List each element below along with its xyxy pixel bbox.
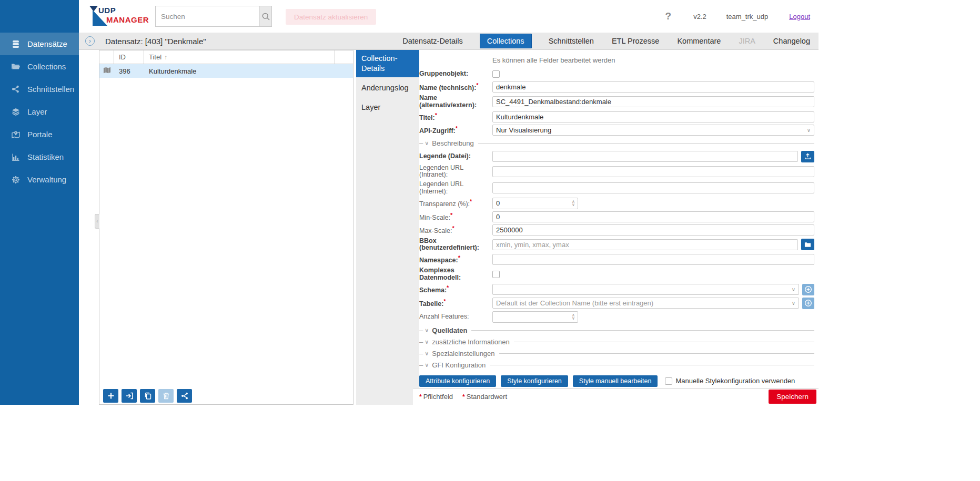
table-row[interactable]: 396 Kulturdenkmale	[99, 64, 353, 78]
style-buttons-row: Attribute konfigurieren Style konfigurie…	[419, 375, 814, 387]
search-icon-button[interactable]	[259, 6, 271, 26]
section-gfi-konfiguration[interactable]: – ∨ GFI Konfiguration	[419, 361, 814, 369]
configure-style-button[interactable]: Style konfigurieren	[501, 375, 568, 387]
komplexes-datenmodell-checkbox[interactable]	[492, 271, 500, 278]
copy-collection-button[interactable]	[140, 389, 155, 403]
transparenz-input[interactable]	[493, 199, 569, 207]
refresh-dataset-button[interactable]: Datensatz aktualisieren	[286, 9, 376, 25]
table-header-end-column	[335, 50, 353, 64]
logout-link[interactable]: Logout	[789, 13, 810, 21]
sidebar-item-layer[interactable]: Layer	[0, 100, 79, 123]
save-button[interactable]: Speichern	[769, 390, 816, 404]
legenden-url-internet-input[interactable]	[492, 182, 814, 193]
import-collection-button[interactable]	[122, 389, 137, 403]
plus-icon	[107, 392, 115, 400]
share-icon	[11, 85, 20, 94]
max-scale-input[interactable]	[492, 224, 814, 236]
sidebar-item-verwaltung[interactable]: Verwaltung	[0, 168, 79, 191]
field-label-legenden-url-internet: Legenden URL (Internet):	[419, 181, 492, 196]
sidebar-item-label: Portale	[27, 130, 53, 139]
chevron-down-icon: ∨	[425, 327, 429, 334]
sidebar-item-statistiken[interactable]: Statistiken	[0, 146, 79, 168]
map-marker-icon	[11, 130, 20, 139]
sidebar-item-schnittstellen[interactable]: Schnittstellen	[0, 78, 79, 100]
anzahl-features-stepper[interactable]: ∧∨	[492, 311, 578, 323]
legende-datei-input[interactable]	[492, 151, 798, 162]
field-label-name-alternativ: Name (alternativ/extern):	[419, 95, 492, 109]
upload-icon	[804, 153, 811, 160]
delete-collection-button[interactable]	[158, 389, 174, 403]
section-divider	[499, 353, 814, 354]
sidebar-item-label: Collections	[27, 62, 66, 71]
manual-style-checkbox[interactable]	[665, 377, 672, 385]
required-marker: *	[452, 225, 454, 231]
table-header: ID Titel↑	[99, 50, 353, 64]
subnav-item-anderungslog[interactable]: Anderungslog	[356, 79, 419, 97]
section-quelldaten[interactable]: – ∨ Quelldaten	[419, 326, 814, 334]
required-marker: *	[435, 112, 437, 118]
share-collection-button[interactable]	[177, 389, 192, 403]
expand-record-icon[interactable]: ›	[85, 36, 95, 46]
api-zugriff-select[interactable]: Nur Visualisierung ∨	[492, 125, 814, 136]
bbox-input[interactable]	[492, 239, 798, 250]
name-technisch-input[interactable]	[492, 81, 814, 93]
panel-collapse-handle[interactable]: ‹	[95, 214, 99, 229]
field-label-min-scale: Min-Scale:*	[419, 212, 492, 222]
required-marker: *	[447, 284, 449, 291]
stepper-arrows-icon[interactable]: ∧∨	[569, 200, 578, 207]
sidebar-item-datensaetze[interactable]: Datensätze	[0, 33, 79, 55]
titel-input[interactable]	[492, 111, 814, 122]
tab-etl-prozesse[interactable]: ETL Prozesse	[611, 34, 661, 48]
table-header-icon-column	[99, 50, 114, 64]
table-header-titel[interactable]: Titel↑	[144, 50, 335, 64]
edit-style-manually-button[interactable]: Style manuell bearbeiten	[573, 375, 658, 387]
help-icon[interactable]: ?	[665, 11, 672, 22]
tab-collections[interactable]: Collections	[480, 34, 532, 48]
bbox-picker-button[interactable]	[801, 239, 814, 250]
add-tabelle-button[interactable]	[802, 298, 814, 309]
tab-datensatz-details[interactable]: Datensatz-Details	[401, 34, 463, 48]
search-box	[155, 6, 272, 27]
anzahl-features-input[interactable]	[493, 313, 569, 321]
search-icon	[261, 12, 270, 21]
schema-select[interactable]: ∨	[492, 284, 799, 295]
add-schema-button[interactable]	[802, 284, 814, 295]
chevron-down-icon: ∨	[807, 127, 811, 133]
section-zusaetzliche-informationen[interactable]: – ∨ zusätzliche Informationen	[419, 338, 814, 346]
trash-icon	[163, 392, 170, 400]
layers-icon	[11, 107, 20, 116]
sidebar-item-label: Layer	[27, 107, 47, 116]
chevron-down-icon: ∨	[425, 339, 429, 345]
name-alternativ-input[interactable]	[492, 96, 814, 107]
search-input[interactable]	[156, 6, 259, 26]
form-footer: *Pflichtfeld *Standardwert Speichern	[413, 388, 819, 405]
circle-plus-icon	[804, 285, 812, 293]
topbar-right: ? v2.2 team_trk_udp Logout	[665, 0, 810, 33]
app-window: Datensätze Collections Schnittstellen La…	[0, 0, 819, 405]
tab-changelog[interactable]: Changelog	[772, 34, 811, 48]
transparenz-stepper[interactable]: ∧∨	[492, 198, 578, 209]
section-spezialeinstellungen[interactable]: – ∨ Spezialeinstellungen	[419, 350, 814, 357]
subnav-item-collection-details[interactable]: Collection-Details	[356, 50, 419, 77]
namespace-input[interactable]	[492, 254, 814, 265]
configure-attributes-button[interactable]: Attribute konfigurieren	[419, 375, 496, 387]
legenden-url-intranet-input[interactable]	[492, 166, 814, 177]
section-divider	[490, 365, 814, 365]
default-legend-label: Standardwert	[467, 393, 507, 401]
min-scale-input[interactable]	[492, 211, 814, 222]
add-collection-button[interactable]	[103, 389, 118, 403]
sidebar-item-collections[interactable]: Collections	[0, 55, 79, 78]
stepper-arrows-icon[interactable]: ∧∨	[569, 314, 578, 320]
gruppenobjekt-checkbox[interactable]	[492, 70, 500, 78]
collapse-dash-icon: –	[419, 361, 423, 369]
field-label-max-scale: Max-Scale:*	[419, 225, 492, 235]
table-header-id[interactable]: ID	[114, 50, 144, 64]
tab-schnittstellen[interactable]: Schnittstellen	[548, 34, 595, 48]
sidebar-item-portale[interactable]: Portale	[0, 123, 79, 146]
tab-kommentare[interactable]: Kommentare	[676, 34, 722, 48]
subnav-item-layer[interactable]: Layer	[356, 99, 419, 116]
tabelle-select[interactable]: Default ist der Collection Name (bitte e…	[492, 298, 799, 309]
section-beschreibung[interactable]: – ∨ Beschreibung	[419, 139, 814, 147]
logo-text-manager: MANAGER	[106, 15, 149, 24]
upload-legend-button[interactable]	[801, 151, 814, 162]
